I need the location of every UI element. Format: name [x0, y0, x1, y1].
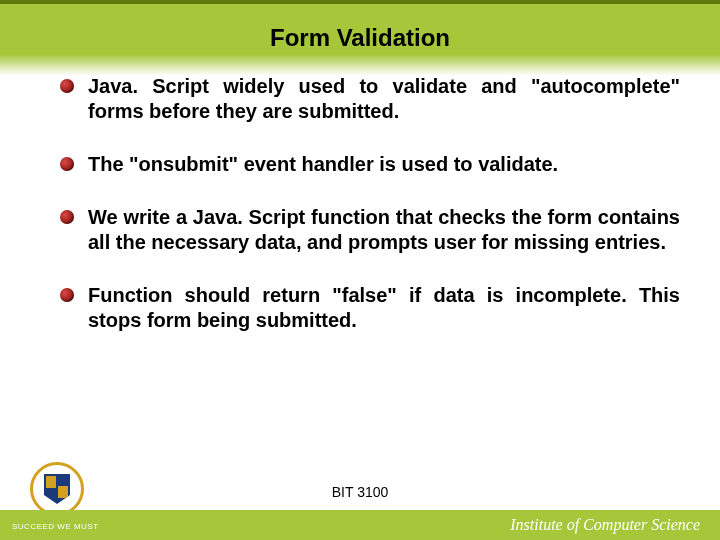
bullet-item: The "onsubmit" event handler is used to … [60, 152, 680, 177]
slide-content: Java. Script widely used to validate and… [60, 74, 680, 361]
bullet-icon [60, 157, 74, 171]
bullet-text: Java. Script widely used to validate and… [88, 74, 680, 124]
slide-title: Form Validation [0, 24, 720, 52]
course-code: BIT 3100 [0, 484, 720, 500]
footer-motto: SUCCEED WE MUST [12, 522, 99, 531]
bullet-item: Java. Script widely used to validate and… [60, 74, 680, 124]
top-accent-bar [0, 0, 720, 4]
bullet-text: Function should return "false" if data i… [88, 283, 680, 333]
slide: Form Validation Java. Script widely used… [0, 0, 720, 540]
bullet-item: Function should return "false" if data i… [60, 283, 680, 333]
bullet-icon [60, 288, 74, 302]
logo-ring [30, 462, 84, 516]
bullet-text: The "onsubmit" event handler is used to … [88, 152, 680, 177]
bullet-item: We write a Java. Script function that ch… [60, 205, 680, 255]
bullet-text: We write a Java. Script function that ch… [88, 205, 680, 255]
footer-institute: Institute of Computer Science [510, 516, 700, 534]
bullet-icon [60, 79, 74, 93]
bullet-icon [60, 210, 74, 224]
logo-shield-icon [44, 474, 70, 504]
university-logo [30, 462, 84, 516]
